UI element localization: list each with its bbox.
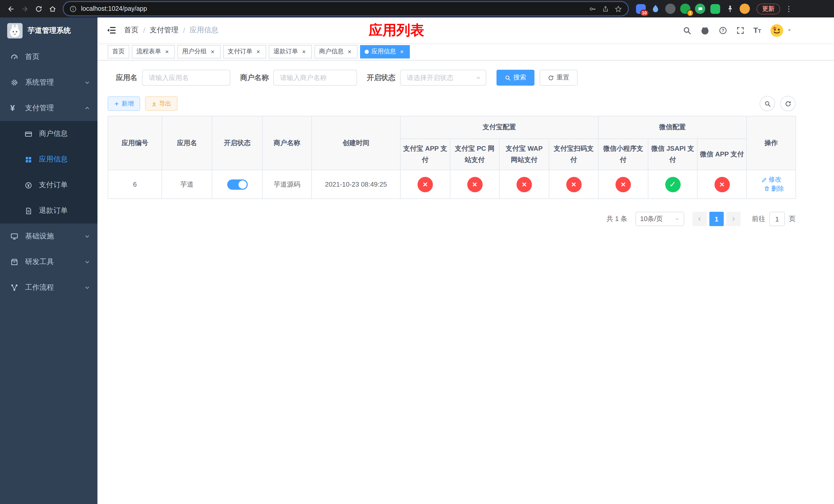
sidebar-item-system[interactable]: 系统管理: [0, 70, 97, 95]
browser-menu-icon[interactable]: [784, 5, 793, 13]
cell-actions: 修改删除: [747, 170, 796, 199]
browser-reload-button[interactable]: [32, 2, 46, 16]
profile-avatar-icon[interactable]: [739, 3, 750, 14]
tab-merchant-info[interactable]: 商户信息: [314, 45, 357, 58]
reset-button[interactable]: 重置: [540, 70, 577, 86]
goto-label: 前往: [752, 214, 765, 224]
prev-page-button[interactable]: [693, 212, 707, 226]
edit-link[interactable]: 修改: [761, 175, 782, 184]
dashboard-icon: [10, 53, 19, 61]
status-switch[interactable]: [227, 179, 247, 189]
user-menu[interactable]: [770, 23, 792, 37]
sidebar-item-workflow[interactable]: 工作流程: [0, 275, 97, 300]
alipay-wap-status-icon: ×: [517, 177, 532, 192]
page-number-button[interactable]: 1: [709, 212, 724, 226]
password-key-icon[interactable]: [589, 5, 596, 13]
tab-user-group[interactable]: 用户分组: [177, 45, 221, 58]
merchant-name-input[interactable]: [273, 70, 357, 86]
sidebar-item-infrastructure[interactable]: 基础设施: [0, 224, 97, 249]
page-size-select[interactable]: 10条/页: [636, 212, 684, 226]
tab-process-form[interactable]: 流程表单: [132, 45, 175, 58]
cell-status: [212, 170, 262, 199]
breadcrumb-current: 应用信息: [190, 26, 219, 35]
refresh-icon: [785, 100, 791, 107]
export-button[interactable]: 导出: [145, 96, 177, 111]
col-alipay-wap: 支付宝 WAP 网站支付: [499, 139, 549, 170]
refresh-table-button[interactable]: [780, 96, 795, 111]
chevron-left-icon: [697, 216, 703, 222]
close-icon[interactable]: [301, 48, 307, 55]
goto-page-input[interactable]: [769, 212, 785, 226]
sidebar-item-app-info[interactable]: 应用信息: [0, 147, 97, 172]
breadcrumb-payment[interactable]: 支付管理: [150, 26, 178, 35]
tab-pay-orders[interactable]: 支付订单: [223, 45, 266, 58]
app-name-input[interactable]: [142, 70, 230, 86]
square-extension-icon[interactable]: [709, 3, 721, 14]
address-bar[interactable]: localhost:1024/pay/app: [64, 2, 628, 15]
tab-refund-orders[interactable]: 退款订单: [269, 45, 312, 58]
green-extension-icon[interactable]: 1: [680, 3, 691, 14]
sidebar-item-dev-tools[interactable]: 研发工具: [0, 249, 97, 275]
sidebar-collapse-icon[interactable]: [106, 25, 116, 36]
breadcrumb-home[interactable]: 首页: [124, 26, 138, 35]
close-icon[interactable]: [255, 48, 262, 55]
chevron-down-icon: [476, 75, 481, 81]
dark-extension-icon[interactable]: [665, 3, 676, 14]
toggle-search-button[interactable]: [760, 96, 775, 111]
user-avatar[interactable]: [770, 23, 784, 37]
browser-back-button[interactable]: [4, 2, 18, 16]
sidebar-item-merchant-info[interactable]: 商户信息: [0, 121, 97, 147]
bookmark-star-icon[interactable]: [614, 5, 622, 13]
chevron-down-icon: [84, 259, 90, 265]
col-wechat-jsapi: 微信 JSAPI 支付: [648, 139, 697, 170]
puzzle-extension-icon[interactable]: 10: [635, 3, 646, 14]
close-icon[interactable]: [209, 48, 216, 55]
search-form: 应用名 商户名称 开启状态 请选择开启状态 搜索 重置: [108, 70, 795, 86]
status-select[interactable]: 请选择开启状态: [400, 70, 486, 86]
close-icon[interactable]: [163, 48, 170, 55]
fullscreen-icon[interactable]: [736, 26, 745, 35]
font-size-icon[interactable]: [753, 26, 761, 35]
toolbox-icon: [10, 258, 19, 266]
close-icon[interactable]: [398, 48, 405, 55]
sidebar-item-home[interactable]: 首页: [0, 44, 97, 70]
pin-extension-icon[interactable]: [724, 3, 736, 14]
tab-app-info[interactable]: 应用信息: [360, 45, 410, 58]
sidebar-item-pay-orders[interactable]: 支付订单: [0, 172, 97, 198]
share-icon[interactable]: [602, 5, 609, 13]
delete-link[interactable]: 删除: [764, 184, 784, 193]
col-actions: 操作: [747, 116, 796, 170]
chevron-down-icon: [675, 216, 680, 222]
search-icon[interactable]: [682, 26, 691, 35]
pencil-icon: [761, 177, 767, 183]
sidebar: 芋道管理系统 首页 系统管理 支付管理 商户信息: [0, 18, 97, 504]
sidebar-item-payment[interactable]: 支付管理: [0, 95, 97, 121]
col-created: 创建时间: [312, 116, 400, 170]
extension-badge: 1: [687, 10, 694, 17]
sidebar-item-refund-orders[interactable]: 退款订单: [0, 198, 97, 224]
tab-home[interactable]: 首页: [108, 45, 129, 58]
next-page-button[interactable]: [726, 212, 741, 226]
cell-app-name: 芋道: [162, 170, 212, 199]
browser-home-button[interactable]: [46, 2, 60, 16]
app-logo[interactable]: 芋道管理系统: [0, 18, 97, 44]
chat-extension-icon[interactable]: [695, 3, 706, 14]
drop-extension-icon[interactable]: [650, 3, 661, 14]
plus-icon: [114, 101, 119, 107]
chevron-down-icon: [84, 284, 90, 291]
trash-icon: [764, 186, 770, 192]
page-unit-label: 页: [789, 214, 795, 224]
site-info-icon[interactable]: [69, 5, 77, 13]
close-icon[interactable]: [346, 48, 353, 55]
browser-update-button[interactable]: 更新: [756, 3, 780, 14]
chevron-down-icon: [84, 79, 90, 86]
search-button[interactable]: 搜索: [497, 70, 534, 86]
browser-forward-button[interactable]: [18, 2, 32, 16]
col-app-name: 应用名: [162, 116, 212, 170]
group-wechat-config: 微信配置: [598, 116, 747, 139]
add-button[interactable]: 新增: [108, 96, 140, 111]
page-content: 应用名 商户名称 开启状态 请选择开启状态 搜索 重置: [97, 61, 834, 504]
github-icon[interactable]: [700, 25, 710, 35]
help-icon[interactable]: [718, 26, 727, 35]
url-text[interactable]: localhost:1024/pay/app: [81, 5, 584, 12]
